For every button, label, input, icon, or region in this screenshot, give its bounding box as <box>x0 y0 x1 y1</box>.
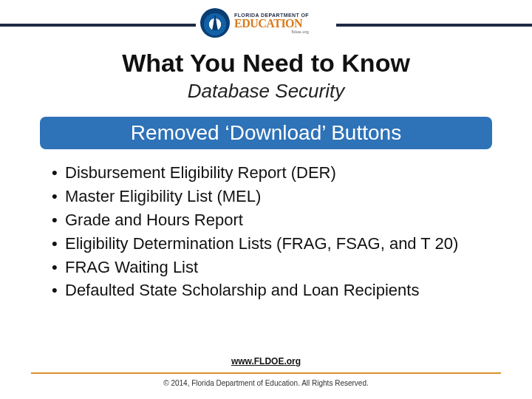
slide: FLORIDA DEPARTMENT OF EDUCATION fldoe.or… <box>0 0 532 399</box>
footer-link[interactable]: www.FLDOE.org <box>0 356 532 366</box>
logo-seal-icon <box>200 8 230 38</box>
bullet-icon: • <box>52 256 65 279</box>
list-item-text: Master Eligibility List (MEL) <box>65 185 488 208</box>
logo-text: FLORIDA DEPARTMENT OF EDUCATION fldoe.or… <box>234 13 309 34</box>
bottom-divider <box>31 372 501 374</box>
bullet-icon: • <box>52 208 65 232</box>
list-item: • Disbursement Eligibility Report (DER) <box>52 161 488 185</box>
list-item-text: Eligibility Determination Lists (FRAG, F… <box>65 232 488 256</box>
list-item: • Defaulted State Scholarship and Loan R… <box>52 279 488 302</box>
bullet-list: • Disbursement Eligibility Report (DER) … <box>52 161 488 302</box>
list-item: • Eligibility Determination Lists (FRAG,… <box>52 232 488 256</box>
list-item-text: Defaulted State Scholarship and Loan Rec… <box>65 279 488 302</box>
list-item: • Grade and Hours Report <box>52 208 488 232</box>
logo-line2: EDUCATION <box>234 18 309 30</box>
section-banner-text: Removed ‘Download’ Buttons <box>131 121 401 145</box>
section-banner: Removed ‘Download’ Buttons <box>40 117 492 149</box>
bullet-icon: • <box>52 279 65 302</box>
footer-copyright: © 2014, Florida Department of Education.… <box>0 379 532 387</box>
page-subtitle: Database Security <box>0 80 532 103</box>
list-item: • FRAG Waiting List <box>52 256 488 279</box>
bullet-icon: • <box>52 232 65 256</box>
logo-small-url: fldoe.org <box>234 30 309 34</box>
bullet-icon: • <box>52 185 65 208</box>
page-title: What You Need to Know <box>0 49 532 78</box>
list-item-text: Disbursement Eligibility Report (DER) <box>65 161 488 185</box>
list-item: • Master Eligibility List (MEL) <box>52 185 488 208</box>
org-logo: FLORIDA DEPARTMENT OF EDUCATION fldoe.or… <box>196 6 336 40</box>
list-item-text: FRAG Waiting List <box>65 256 488 279</box>
bullet-icon: • <box>52 161 65 185</box>
list-item-text: Grade and Hours Report <box>65 208 488 232</box>
